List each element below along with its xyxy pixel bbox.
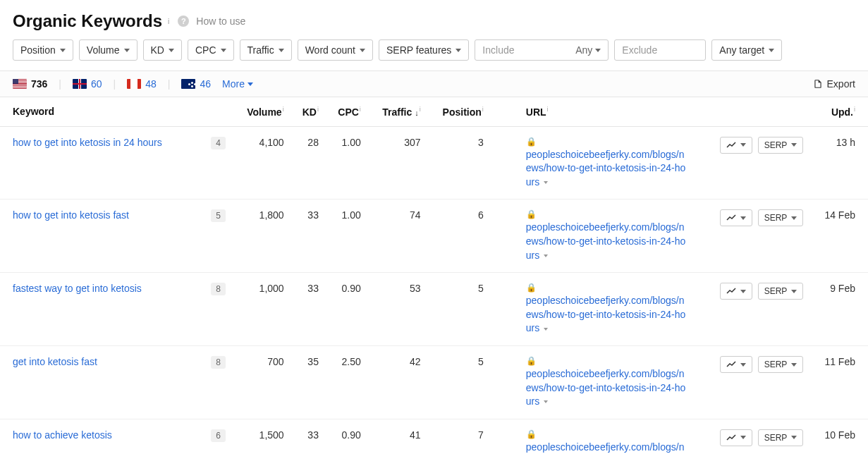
country-au[interactable]: 46 xyxy=(181,78,211,90)
chevron-down-icon xyxy=(791,436,797,439)
cell-cpc: 1.00 xyxy=(326,200,368,273)
chevron-down-icon xyxy=(544,181,548,184)
include-input[interactable]: Include Any xyxy=(475,39,609,61)
url-link[interactable]: peopleschoicebeefjerky.com/blogs/news/ho… xyxy=(526,148,688,190)
col-cpc[interactable]: CPCi xyxy=(326,97,368,126)
lock-icon: 🔒 xyxy=(526,429,705,439)
serp-button[interactable]: SERP xyxy=(758,209,804,226)
keyword-link[interactable]: how to get into ketosis in 24 hours xyxy=(13,137,162,148)
url-link[interactable]: peopleschoicebeefjerky.com/blogs/news/ho… xyxy=(526,367,688,409)
cell-position: 6 xyxy=(428,200,491,273)
export-icon xyxy=(813,79,823,89)
info-icon: i xyxy=(168,18,169,25)
keywords-table: Keyword Volumei KDi CPCi Traffic ↓i Posi… xyxy=(0,97,868,454)
cell-position: 3 xyxy=(428,126,491,200)
chevron-down-icon xyxy=(740,436,746,439)
col-volume[interactable]: Volumei xyxy=(233,97,291,126)
chevron-down-icon xyxy=(595,49,601,52)
col-url[interactable]: URLi xyxy=(519,97,712,126)
chevron-down-icon xyxy=(740,216,746,220)
country-gb[interactable]: 60 xyxy=(73,78,102,90)
table-row: how to get into ketosis fast 5 1,800 33 … xyxy=(0,200,868,273)
page-title: Organic Keywords xyxy=(13,11,162,31)
url-link[interactable]: peopleschoicebeefjerky.com/blogs/news/ho… xyxy=(526,441,688,454)
serp-button[interactable]: SERP xyxy=(758,283,804,300)
col-upd[interactable]: Upd.i xyxy=(810,97,868,126)
cell-traffic: 307 xyxy=(368,126,428,200)
cell-position: 7 xyxy=(428,419,491,454)
chevron-down-icon xyxy=(544,400,548,403)
sort-desc-icon: ↓ xyxy=(415,109,419,117)
filter-volume[interactable]: Volume xyxy=(79,39,137,61)
chevron-down-icon xyxy=(791,363,797,367)
url-link[interactable]: peopleschoicebeefjerky.com/blogs/news/ho… xyxy=(526,294,688,336)
chevron-down-icon xyxy=(279,49,284,52)
chevron-down-icon xyxy=(247,82,253,86)
chart-button[interactable] xyxy=(720,209,752,226)
cell-volume: 700 xyxy=(233,346,291,419)
chart-icon xyxy=(726,288,736,295)
keyword-link[interactable]: how to get into ketosis fast xyxy=(13,209,129,221)
cell-upd: 9 Feb xyxy=(810,273,868,346)
country-us[interactable]: 736 xyxy=(13,78,47,90)
flag-ca-icon xyxy=(127,79,141,89)
chart-button[interactable] xyxy=(720,429,752,446)
col-kd[interactable]: KDi xyxy=(291,97,326,126)
serp-button[interactable]: SERP xyxy=(758,137,804,154)
table-row: get into ketosis fast 8 700 35 2.50 42 5… xyxy=(0,346,868,419)
cell-traffic: 53 xyxy=(368,273,428,346)
cell-cpc: 0.90 xyxy=(326,273,368,346)
cell-position: 5 xyxy=(428,346,491,419)
cell-traffic: 42 xyxy=(368,346,428,419)
kd-badge: 8 xyxy=(211,356,226,369)
chevron-down-icon xyxy=(791,216,797,220)
countries-more[interactable]: More xyxy=(222,78,253,90)
chart-icon xyxy=(726,214,736,221)
keyword-link[interactable]: get into ketosis fast xyxy=(13,356,97,367)
chart-button[interactable] xyxy=(720,356,752,373)
cell-traffic: 74 xyxy=(368,200,428,273)
col-keyword[interactable]: Keyword xyxy=(0,97,233,126)
include-placeholder: Include xyxy=(482,44,514,56)
export-button[interactable]: Export xyxy=(813,78,855,90)
url-link[interactable]: peopleschoicebeefjerky.com/blogs/news/ho… xyxy=(526,221,688,262)
cell-position: 5 xyxy=(428,273,491,346)
lock-icon: 🔒 xyxy=(526,283,705,293)
filter-word-count[interactable]: Word count xyxy=(298,39,373,61)
filter-kd[interactable]: KD xyxy=(143,39,182,61)
chart-icon xyxy=(726,142,736,149)
cell-upd: 11 Feb xyxy=(810,346,868,419)
chart-button[interactable] xyxy=(720,137,752,154)
chevron-down-icon xyxy=(740,290,746,293)
keyword-link[interactable]: fastest way to get into ketosis xyxy=(13,283,142,294)
filter-target[interactable]: Any target xyxy=(711,39,782,61)
exclude-input[interactable]: Exclude xyxy=(614,39,706,61)
kd-badge: 6 xyxy=(211,429,226,442)
filter-serp-features[interactable]: SERP features xyxy=(379,39,469,61)
col-traffic[interactable]: Traffic ↓i xyxy=(368,97,428,126)
keyword-link[interactable]: how to achieve ketosis xyxy=(13,429,112,441)
chart-button[interactable] xyxy=(720,283,752,300)
lock-icon: 🔒 xyxy=(526,209,705,219)
chevron-down-icon xyxy=(791,290,797,293)
exclude-placeholder: Exclude xyxy=(622,44,657,56)
filter-cpc[interactable]: CPC xyxy=(188,39,234,61)
chevron-down-icon xyxy=(456,49,461,52)
chevron-down-icon xyxy=(740,363,746,367)
flag-us-icon xyxy=(13,79,27,89)
serp-button[interactable]: SERP xyxy=(758,429,804,446)
cell-volume: 1,000 xyxy=(233,273,291,346)
cell-kd: 35 xyxy=(291,346,326,419)
chevron-down-icon xyxy=(544,254,548,257)
filter-position[interactable]: Position xyxy=(13,39,73,61)
filter-traffic[interactable]: Traffic xyxy=(240,39,292,61)
col-position[interactable]: Positioni xyxy=(428,97,491,126)
country-ca[interactable]: 48 xyxy=(127,78,157,90)
help-icon[interactable]: ? xyxy=(178,16,189,27)
serp-button[interactable]: SERP xyxy=(758,356,804,373)
kd-badge: 5 xyxy=(211,209,226,222)
chart-icon xyxy=(726,434,736,441)
chart-icon xyxy=(726,361,736,368)
chevron-down-icon xyxy=(544,328,548,331)
how-to-use-link[interactable]: How to use xyxy=(196,16,245,27)
